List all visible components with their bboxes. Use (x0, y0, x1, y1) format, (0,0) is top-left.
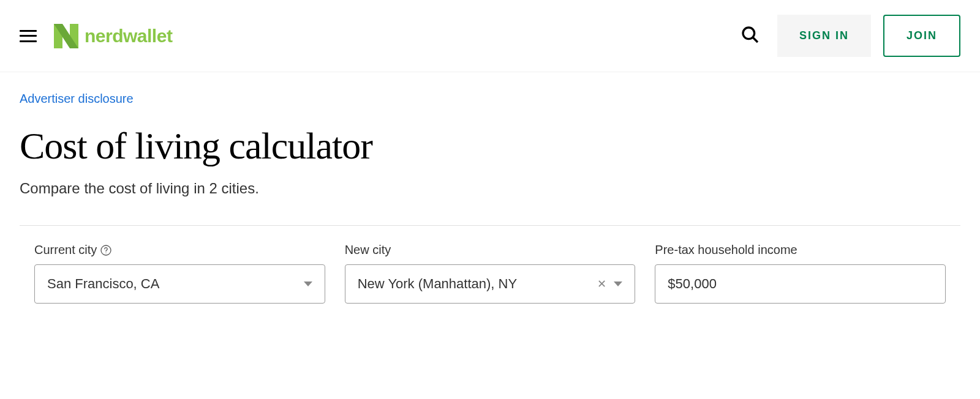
current-city-label-text: Current city (34, 243, 97, 257)
help-icon[interactable] (100, 245, 111, 256)
header-right: SIGN IN JOIN (736, 15, 960, 57)
divider (20, 225, 960, 226)
new-city-value: New York (Manhattan), NY (358, 276, 598, 292)
main-content: Advertiser disclosure Cost of living cal… (0, 72, 980, 316)
current-city-select[interactable]: San Francisco, CA (34, 264, 325, 304)
current-city-label: Current city (34, 243, 325, 257)
income-field: Pre-tax household income (655, 243, 946, 304)
header-left: nerdwallet (20, 24, 172, 48)
new-city-select[interactable]: New York (Manhattan), NY ✕ (345, 264, 636, 304)
current-city-field: Current city San Francisco, CA (34, 243, 325, 304)
logo-text: nerdwallet (85, 26, 172, 47)
income-label: Pre-tax household income (655, 243, 946, 257)
logo[interactable]: nerdwallet (54, 24, 172, 48)
new-city-field: New city New York (Manhattan), NY ✕ (345, 243, 636, 304)
calculator-form: Current city San Francisco, CA New city (20, 243, 960, 304)
new-city-label: New city (345, 243, 636, 257)
header: nerdwallet SIGN IN JOIN (0, 0, 980, 72)
chevron-down-icon (304, 282, 312, 286)
signin-button[interactable]: SIGN IN (777, 15, 871, 57)
svg-point-3 (743, 28, 755, 39)
chevron-down-icon (614, 282, 622, 286)
current-city-value: San Francisco, CA (47, 276, 304, 292)
svg-point-6 (106, 252, 107, 253)
page-subtitle: Compare the cost of living in 2 cities. (20, 180, 960, 197)
search-icon[interactable] (736, 20, 765, 52)
nerdwallet-logo-icon (54, 24, 78, 48)
income-input[interactable] (655, 264, 946, 304)
advertiser-disclosure-link[interactable]: Advertiser disclosure (20, 84, 960, 124)
hamburger-menu-icon[interactable] (20, 30, 37, 42)
svg-line-4 (753, 37, 758, 42)
clear-icon[interactable]: ✕ (597, 277, 606, 291)
join-button[interactable]: JOIN (883, 15, 960, 57)
page-title: Cost of living calculator (20, 124, 960, 168)
